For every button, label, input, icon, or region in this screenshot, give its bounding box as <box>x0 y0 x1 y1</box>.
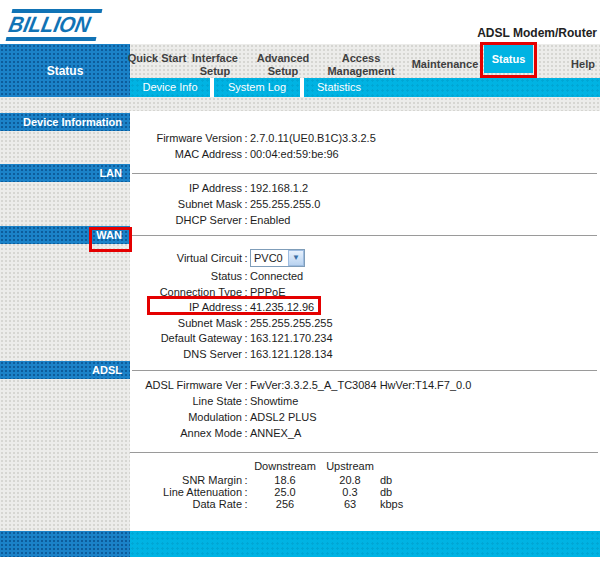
row-label: Firmware Version <box>130 130 242 146</box>
nav-item-interface-setup[interactable]: Interface Setup <box>185 52 245 78</box>
row-value: Enabled <box>250 212 600 228</box>
row-wan-subnet-mask: Subnet Mask : 255.255.255.255 <box>130 316 600 332</box>
row-value: FwVer:3.3.2.5_A_TC3084 HwVer:T14.F7_0.0 <box>250 377 600 393</box>
annotation-box-wan-section <box>89 227 132 252</box>
row-value: 163.121.170.234 <box>250 331 600 347</box>
row-colon: : <box>242 146 250 162</box>
row-colon: : <box>242 498 250 510</box>
row-colon: : <box>242 130 250 146</box>
nav-item-access-management[interactable]: Access Management <box>319 52 403 78</box>
row-label: Virtual Circuit <box>130 248 242 268</box>
logo-text: BILLION <box>6 13 94 37</box>
stats-row-data-rate: Data Rate : 256 63 kbps <box>130 498 600 510</box>
divider <box>132 173 597 174</box>
row-lan-subnet-mask: Subnet Mask : 255.255.255.0 <box>130 196 600 212</box>
annotation-box-status-tab <box>480 42 537 78</box>
row-value: 255.255.255.0 <box>250 196 600 212</box>
row-adsl-firmware: ADSL Firmware Ver : FwVer:3.3.2.5_A_TC30… <box>130 377 600 393</box>
row-line-state: Line State : Showtime <box>130 393 600 409</box>
row-colon: : <box>242 486 250 498</box>
billion-logo: BILLION <box>6 9 103 41</box>
row-colon: : <box>242 393 250 409</box>
row-wan-status: Status : Connected <box>130 269 600 285</box>
row-colon: : <box>242 409 250 425</box>
stats-unit: db <box>380 486 424 498</box>
row-colon: : <box>242 347 250 363</box>
row-lan-ip-address: IP Address : 192.168.1.2 <box>130 180 600 196</box>
row-label: Modulation <box>130 409 242 425</box>
nav-item-advanced-setup[interactable]: Advanced Setup <box>251 52 315 78</box>
nav-item-quick-start[interactable]: Quick Start <box>127 52 187 65</box>
stats-downstream-value: 25.0 <box>250 486 320 498</box>
row-colon: : <box>242 316 250 332</box>
subnav-tab-system-log[interactable]: System Log <box>214 78 300 97</box>
divider <box>132 370 597 371</box>
footer-bar-left <box>0 531 130 557</box>
header-divider-band <box>0 97 600 111</box>
adsl-stats-table: Downstream Upstream SNR Margin : 18.6 20… <box>130 460 600 510</box>
row-colon: : <box>242 196 250 212</box>
row-colon: : <box>242 474 250 486</box>
stats-row-label: Data Rate <box>130 498 242 510</box>
nav-item-help[interactable]: Help <box>565 58 600 71</box>
row-label: MAC Address <box>130 146 242 162</box>
stats-upstream-value: 63 <box>320 498 380 510</box>
subnav-tab-statistics[interactable]: Statistics <box>304 78 374 97</box>
product-name: ADSL Modem/Router <box>477 26 597 40</box>
row-default-gateway: Default Gateway : 163.121.170.234 <box>130 331 600 347</box>
row-label: IP Address <box>130 180 242 196</box>
stats-upstream-value: 0.3 <box>320 486 380 498</box>
divider <box>130 452 598 453</box>
row-value: 192.168.1.2 <box>250 180 600 196</box>
section-header-device-information: Device Information <box>0 113 130 131</box>
lan-section: IP Address : 192.168.1.2 Subnet Mask : 2… <box>130 180 600 228</box>
chevron-down-icon: ▼ <box>288 250 304 266</box>
row-annex-mode: Annex Mode : ANNEX_A <box>130 425 600 441</box>
row-colon: : <box>242 180 250 196</box>
divider <box>132 235 597 236</box>
row-label: Status <box>130 269 242 285</box>
stats-row-snr-margin: SNR Margin : 18.6 20.8 db <box>130 474 600 486</box>
row-modulation: Modulation : ADSL2 PLUS <box>130 409 600 425</box>
stats-header-spacer <box>130 460 242 472</box>
stats-header-spacer <box>380 460 424 472</box>
row-label: Subnet Mask <box>130 316 242 332</box>
row-colon: : <box>242 377 250 393</box>
stats-header-row: Downstream Upstream <box>130 460 600 472</box>
row-value: 00:04:ed:59:be:96 <box>250 146 600 162</box>
row-value: ADSL2 PLUS <box>250 409 600 425</box>
stats-unit: kbps <box>380 498 424 510</box>
row-label: DNS Server <box>130 347 242 363</box>
row-colon: : <box>242 248 250 268</box>
section-header-adsl: ADSL <box>0 361 130 379</box>
nav-item-maintenance[interactable]: Maintenance <box>400 58 490 71</box>
row-value: Showtime <box>250 393 600 409</box>
stats-column-downstream: Downstream <box>250 460 320 472</box>
row-colon: : <box>242 425 250 441</box>
active-section-label: Status <box>0 44 130 97</box>
row-dns-server: DNS Server : 163.121.128.134 <box>130 347 600 363</box>
row-mac-address: MAC Address : 00:04:ed:59:be:96 <box>130 146 600 162</box>
footer-bar-right <box>130 531 600 557</box>
row-value: 2.7.0.11(UE0.B1C)3.3.2.5 <box>250 130 600 146</box>
logo-bottom-bar <box>6 37 97 41</box>
subnav-tab-device-info[interactable]: Device Info <box>130 78 210 97</box>
virtual-circuit-selected-value: PVC0 <box>251 252 288 264</box>
row-virtual-circuit: Virtual Circuit : PVC0 ▼ <box>130 248 600 268</box>
row-label: Line State <box>130 393 242 409</box>
virtual-circuit-select[interactable]: PVC0 ▼ <box>250 249 305 267</box>
row-dhcp-server: DHCP Server : Enabled <box>130 212 600 228</box>
section-header-lan: LAN <box>0 164 130 182</box>
device-information-section: Firmware Version : 2.7.0.11(UE0.B1C)3.3.… <box>130 130 600 162</box>
stats-upstream-value: 20.8 <box>320 474 380 486</box>
stats-unit: db <box>380 474 424 486</box>
row-value: Connected <box>250 269 600 285</box>
annotation-box-wan-ip <box>147 296 321 315</box>
stats-row-label: Line Attenuation <box>130 486 242 498</box>
row-label: ADSL Firmware Ver <box>130 377 242 393</box>
row-colon: : <box>242 331 250 347</box>
row-label: DHCP Server <box>130 212 242 228</box>
row-value: 255.255.255.255 <box>250 316 600 332</box>
row-colon: : <box>242 269 250 285</box>
stats-downstream-value: 256 <box>250 498 320 510</box>
